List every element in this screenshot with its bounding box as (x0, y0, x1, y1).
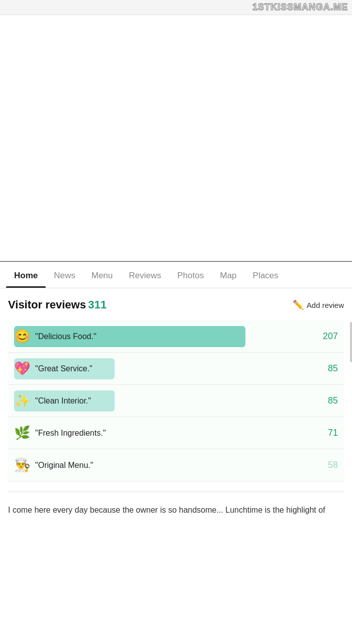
reviews-count: 311 (88, 298, 107, 311)
review-emoji: 👨‍🍳 (14, 457, 30, 473)
review-item[interactable]: 🌿 "Fresh Ingredients." 71 (8, 417, 344, 449)
tab-map[interactable]: Map (212, 262, 244, 288)
section-divider (8, 492, 344, 492)
reviews-title-group: Visitor reviews 311 (8, 298, 107, 311)
review-item[interactable]: ✨ "Clean Interior." 85 (8, 385, 344, 417)
review-count: 85 (318, 363, 338, 374)
review-item[interactable]: 👨‍🍳 "Original Menu." 58 (8, 449, 344, 481)
nav-tabs: Home News Menu Reviews Photos Map Places (0, 262, 352, 288)
review-emoji: 💖 (14, 361, 30, 376)
main-content: Visitor reviews 311 ✏️ Add review 😊 "Del… (0, 288, 352, 528)
review-item-left: 🌿 "Fresh Ingredients." (14, 425, 318, 441)
review-count: 85 (318, 395, 338, 406)
site-watermark: 1STKISSMANGA.ME (252, 2, 348, 13)
tab-menu[interactable]: Menu (83, 262, 121, 288)
review-label: "Clean Interior." (35, 396, 91, 406)
review-items-list: 😊 "Delicious Food." 207 💖 "Great Service… (8, 320, 344, 481)
review-label: "Fresh Ingredients." (35, 429, 106, 438)
review-item-left: ✨ "Clean Interior." (14, 393, 318, 409)
review-item-left: 💖 "Great Service." (14, 361, 318, 376)
review-item-left: 👨‍🍳 "Original Menu." (14, 457, 318, 473)
review-item[interactable]: 😊 "Delicious Food." 207 (8, 320, 344, 353)
review-emoji: 🌿 (14, 425, 30, 441)
review-emoji: 😊 (14, 329, 30, 344)
review-snippet: I come here every day because the owner … (8, 502, 344, 518)
reviews-header: Visitor reviews 311 ✏️ Add review (8, 298, 344, 311)
review-label: "Delicious Food." (35, 332, 97, 341)
add-review-label: Add review (307, 301, 344, 309)
reviews-title: Visitor reviews (8, 298, 86, 311)
watermark-strip: 1STKISSMANGA.ME (0, 0, 352, 15)
review-count: 71 (318, 428, 338, 438)
review-count: 58 (318, 460, 338, 470)
review-label: "Great Service." (35, 364, 93, 373)
tab-photos[interactable]: Photos (169, 262, 212, 288)
tab-news[interactable]: News (46, 262, 83, 288)
review-item-left: 😊 "Delicious Food." (14, 329, 318, 344)
review-label: "Original Menu." (35, 461, 93, 470)
tab-home[interactable]: Home (6, 262, 46, 288)
scrollbar[interactable] (350, 322, 352, 362)
pencil-icon: ✏️ (293, 299, 304, 310)
review-item[interactable]: 💖 "Great Service." 85 (8, 353, 344, 385)
review-count: 207 (318, 331, 338, 342)
add-review-button[interactable]: ✏️ Add review (293, 299, 344, 310)
review-emoji: ✨ (14, 393, 30, 409)
tab-reviews[interactable]: Reviews (121, 262, 169, 288)
tab-places[interactable]: Places (245, 262, 287, 288)
ad-banner (0, 15, 352, 262)
